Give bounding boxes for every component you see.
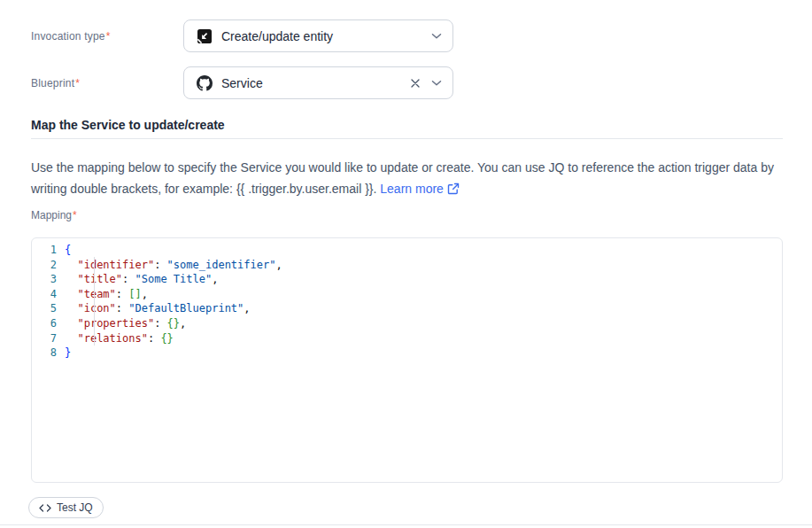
blueprint-label: Blueprint* — [31, 77, 183, 89]
chevron-down-icon[interactable] — [431, 33, 442, 40]
line-number: 6 — [32, 316, 57, 331]
required-asterisk: * — [75, 77, 80, 89]
code-text: "properties": {}, — [65, 316, 186, 331]
create-update-entity-icon — [197, 28, 213, 44]
code-line[interactable]: 3 "title": "Some Title", — [32, 272, 782, 287]
code-line[interactable]: 6 "properties": {}, — [32, 316, 782, 331]
code-line[interactable]: 2 "identifier": "some_identifier", — [32, 258, 782, 273]
code-lines: 1{2 "identifier": "some_identifier",3 "t… — [32, 243, 782, 361]
required-asterisk: * — [73, 209, 77, 221]
code-text: } — [65, 346, 71, 361]
blueprint-label-text: Blueprint — [31, 77, 74, 89]
test-jq-button[interactable]: Test JQ — [28, 497, 104, 518]
line-number: 2 — [32, 258, 57, 273]
mapping-code-editor[interactable]: 1{2 "identifier": "some_identifier",3 "t… — [31, 237, 783, 483]
external-link-icon — [447, 182, 460, 195]
blueprint-row: Blueprint* Service — [31, 66, 783, 99]
line-number: 8 — [32, 346, 57, 361]
blueprint-select[interactable]: Service — [183, 66, 453, 99]
learn-more-link[interactable]: Learn more — [380, 182, 460, 196]
blueprint-value: Service — [221, 76, 401, 90]
indent-guide — [94, 257, 95, 346]
section-heading: Map the Service to update/create — [31, 118, 225, 132]
code-line[interactable]: 5 "icon": "DefaultBlueprint", — [32, 301, 782, 316]
invocation-type-value: Create/update entity — [221, 29, 422, 43]
section-description: Use the mapping below to specify the Ser… — [31, 157, 783, 199]
code-text: "relations": {} — [65, 331, 174, 346]
code-text: { — [65, 243, 71, 258]
code-text: "team": [], — [65, 287, 148, 302]
line-number: 5 — [32, 301, 57, 316]
code-line[interactable]: 4 "team": [], — [32, 287, 782, 302]
chevron-down-icon[interactable] — [431, 80, 442, 87]
line-number: 7 — [32, 331, 57, 346]
code-line[interactable]: 1{ — [32, 243, 782, 258]
line-number: 3 — [32, 272, 57, 287]
section-divider — [31, 138, 783, 139]
mapping-label-text: Mapping — [31, 209, 72, 221]
code-text: "identifier": "some_identifier", — [65, 258, 282, 273]
invocation-type-select[interactable]: Create/update entity — [183, 19, 453, 52]
code-brackets-icon — [39, 504, 51, 512]
required-asterisk: * — [106, 30, 111, 43]
line-number: 4 — [32, 287, 57, 302]
github-icon — [197, 75, 213, 91]
invocation-type-label: Invocation type* — [31, 30, 183, 43]
code-line[interactable]: 8} — [32, 346, 782, 361]
code-text: "icon": "DefaultBlueprint", — [65, 301, 251, 316]
bottom-divider — [0, 524, 812, 525]
invocation-type-label-text: Invocation type — [31, 30, 105, 43]
clear-icon[interactable] — [410, 78, 421, 89]
learn-more-label: Learn more — [380, 182, 444, 196]
invocation-type-row: Invocation type* Create/update entity — [31, 19, 783, 52]
code-text: "title": "Some Title", — [65, 272, 218, 287]
code-line[interactable]: 7 "relations": {} — [32, 331, 782, 346]
line-number: 1 — [32, 243, 57, 258]
test-jq-label: Test JQ — [57, 501, 93, 514]
mapping-label: Mapping* — [31, 209, 77, 221]
